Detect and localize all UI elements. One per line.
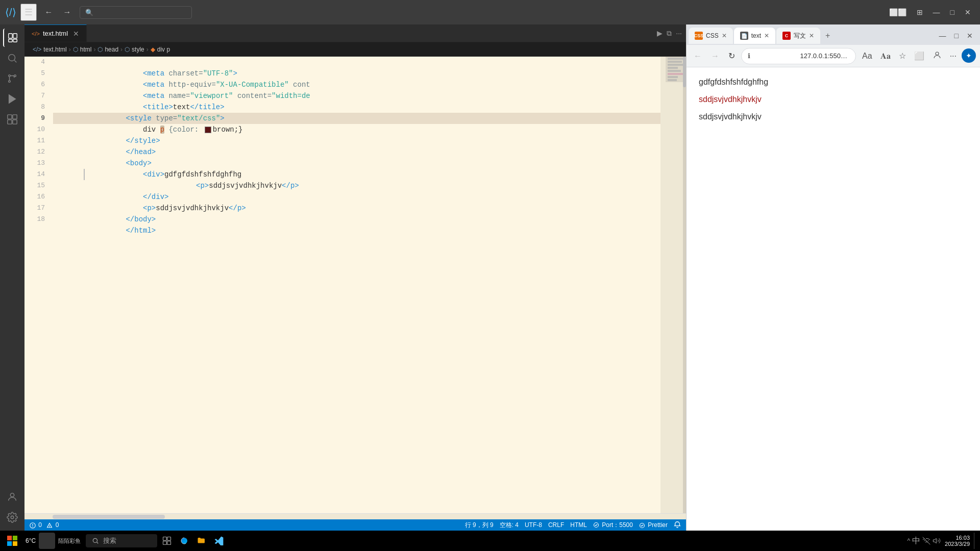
explorer-button[interactable] <box>3 29 21 47</box>
weather-widget[interactable]: 6°C 陌陌彩鱼 <box>22 532 84 550</box>
nav-back-button[interactable]: ← <box>41 6 57 19</box>
taskbar-explorer-button[interactable] <box>194 535 209 546</box>
browser-nav-bar: ← → ↻ ℹ 127.0.0.1:5500/t... Aa 𝐀𝐚 ☆ ⬜ ··… <box>687 45 980 67</box>
edge-copilot-button[interactable]: ✦ <box>962 48 976 63</box>
volume-icon[interactable] <box>933 537 941 545</box>
network-icon[interactable] <box>922 537 930 545</box>
line-num-11: 11 <box>24 135 51 146</box>
browser-line-2: sddjsvjvdhkjhvkjv <box>699 95 968 104</box>
horizontal-scrollbar[interactable] <box>24 513 686 519</box>
ime-icon[interactable]: 中 <box>912 536 920 546</box>
horizontal-scrollbar-thumb[interactable] <box>53 515 165 519</box>
svg-rect-34 <box>167 541 171 545</box>
language-mode[interactable]: HTML <box>570 521 587 529</box>
browser-back-button[interactable]: ← <box>691 49 705 63</box>
browser-forward-button[interactable]: → <box>708 49 722 63</box>
code-scroll-area[interactable]: 4 5 6 7 8 9 10 11 12 13 14 15 16 <box>24 57 686 513</box>
tab-text-html[interactable]: </> text.html ✕ <box>24 24 87 42</box>
scrollbar-track[interactable] <box>683 57 686 513</box>
tab-close-button[interactable]: ✕ <box>73 30 79 38</box>
current-time: 16:03 <box>945 535 970 541</box>
account-button[interactable] <box>3 488 21 506</box>
layout-grid-button[interactable]: ⊞ <box>913 6 927 18</box>
svg-point-8 <box>9 81 11 83</box>
split-screen-button[interactable]: ⬜ <box>911 48 927 64</box>
svg-rect-33 <box>163 541 167 545</box>
reader-mode-button[interactable]: Aa <box>859 48 875 64</box>
taskbar-right-area: ^ 中 16:03 2023/3/29 <box>907 533 976 549</box>
eol-type[interactable]: CRLF <box>548 521 564 529</box>
taskbar-vscode-button[interactable] <box>211 535 227 546</box>
error-count[interactable]: 0 0 <box>30 521 59 529</box>
search-button[interactable] <box>3 49 21 67</box>
task-view-icon <box>162 536 172 545</box>
svg-rect-11 <box>8 115 12 119</box>
task-view-button[interactable] <box>159 535 175 546</box>
browser-tab-text[interactable]: 📄 text ✕ <box>734 28 775 44</box>
browser-tab-write[interactable]: C 写文 ✕ <box>776 28 820 44</box>
profile-button[interactable] <box>929 48 945 64</box>
system-tray: ^ 中 <box>907 536 941 546</box>
nav-forward-button[interactable]: → <box>59 6 76 19</box>
current-date: 2023/3/29 <box>945 541 970 547</box>
svg-point-29 <box>93 538 97 542</box>
taskbar-search[interactable]: 搜索 <box>86 534 157 547</box>
source-control-button[interactable] <box>3 69 21 88</box>
tray-arrow[interactable]: ^ <box>907 537 910 544</box>
split-editor-button[interactable]: ⧉ <box>667 29 672 38</box>
svg-rect-32 <box>167 537 171 541</box>
breadcrumb-item-file[interactable]: text.html <box>43 46 66 53</box>
encoding[interactable]: UTF-8 <box>525 521 542 529</box>
notifications-bell[interactable] <box>674 521 681 530</box>
more-actions-button[interactable]: ··· <box>676 29 682 37</box>
layout-split-button[interactable]: ⬜⬜ <box>885 6 911 18</box>
new-tab-button[interactable]: + <box>821 29 834 42</box>
svg-rect-28 <box>13 541 17 546</box>
css-tab-icon: CSS <box>695 32 703 40</box>
prettier-status[interactable]: Prettier <box>639 521 668 529</box>
breadcrumb-item-head[interactable]: head <box>105 46 118 53</box>
breadcrumb-item-style[interactable]: style <box>132 46 144 53</box>
scrollbar-thumb[interactable] <box>683 57 686 87</box>
taskbar-edge-button[interactable] <box>177 535 192 546</box>
menu-button[interactable]: ☰ <box>20 4 37 21</box>
breadcrumb-item-selector[interactable]: div p <box>157 46 170 53</box>
svg-rect-0 <box>9 34 12 38</box>
line-num-8: 8 <box>24 102 51 113</box>
write-tab-close-button[interactable]: ✕ <box>809 32 814 39</box>
settings-button[interactable] <box>3 508 21 527</box>
breadcrumb-item-html[interactable]: html <box>80 46 92 53</box>
browser-close-button[interactable]: ✕ <box>964 31 976 41</box>
tab-bar: </> text.html ✕ ▶ ⧉ ··· <box>24 24 686 42</box>
favorites-button[interactable]: ☆ <box>896 48 909 64</box>
start-button[interactable] <box>4 533 20 549</box>
indent-spaces[interactable]: 空格: 4 <box>500 521 519 530</box>
extensions-button[interactable] <box>3 110 21 129</box>
run-button[interactable]: ▶ <box>657 29 663 37</box>
run-debug-button[interactable] <box>3 90 21 108</box>
code-lines: <meta charset="UTF-8"> <meta http-equiv=… <box>51 57 660 513</box>
svg-rect-3 <box>13 39 17 42</box>
cursor-position[interactable]: 行 9，列 9 <box>465 521 494 530</box>
search-input[interactable]: blog <box>96 9 186 16</box>
vscode-taskbar-icon <box>214 536 224 545</box>
code-line-4[interactable]: <meta charset="UTF-8"> <box>53 57 660 68</box>
window-maximize-button[interactable]: □ <box>946 6 959 18</box>
css-tab-close-button[interactable]: ✕ <box>722 32 727 39</box>
browser-minimize-button[interactable]: — <box>936 31 949 41</box>
taskbar-clock[interactable]: 16:03 2023/3/29 <box>945 535 970 547</box>
window-close-button[interactable]: ✕ <box>961 6 975 18</box>
search-bar[interactable]: 🔍 blog <box>80 6 192 19</box>
more-browser-actions-button[interactable]: ··· <box>947 48 960 64</box>
browser-maximize-button[interactable]: □ <box>951 31 962 41</box>
minimap <box>660 57 686 513</box>
window-minimize-button[interactable]: — <box>929 6 944 18</box>
browser-tab-css[interactable]: CSS CSS ✕ <box>689 28 733 44</box>
immersive-reader-button[interactable]: 𝐀𝐚 <box>877 48 894 64</box>
text-tab-close-button[interactable]: ✕ <box>764 32 769 39</box>
browser-refresh-button[interactable]: ↻ <box>725 49 738 63</box>
show-desktop-button[interactable] <box>974 533 976 549</box>
port-status[interactable]: Port：5500 <box>593 521 633 530</box>
url-bar[interactable]: ℹ 127.0.0.1:5500/t... <box>741 48 856 64</box>
browser-toolbar-actions: Aa 𝐀𝐚 ☆ ⬜ ··· ✦ <box>859 48 976 64</box>
